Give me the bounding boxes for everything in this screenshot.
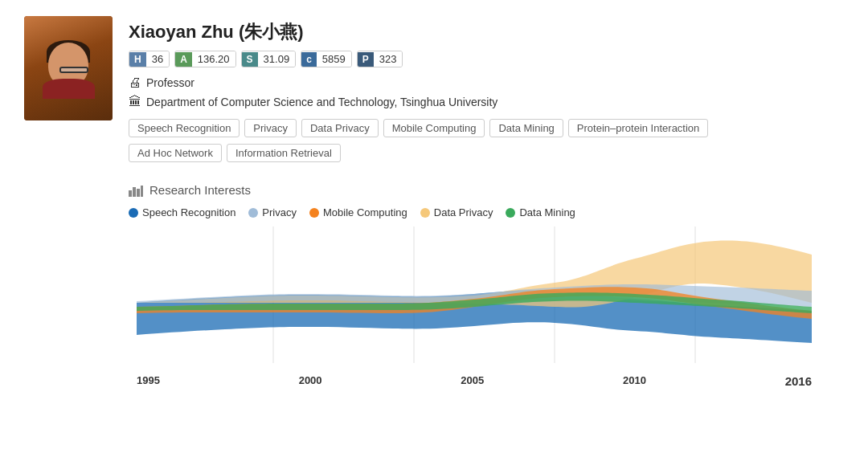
tags-row-2: Ad Hoc Network Information Retrieval bbox=[129, 144, 844, 162]
research-title-text: Research Interests bbox=[149, 183, 251, 197]
legend-speech-recognition: Speech Recognition bbox=[129, 206, 235, 218]
legend-label-speech: Speech Recognition bbox=[142, 206, 235, 218]
metric-p-key: P bbox=[358, 52, 374, 67]
svg-rect-3 bbox=[141, 186, 143, 197]
legend-label-privacy: Privacy bbox=[262, 206, 297, 218]
metric-s-val: 31.09 bbox=[258, 51, 296, 67]
metric-c-key: c bbox=[301, 52, 317, 67]
building-icon: 🏛 bbox=[129, 95, 141, 109]
chart-legend: Speech Recognition Privacy Mobile Comput… bbox=[129, 206, 844, 218]
suitcase-icon: 🖨 bbox=[129, 75, 141, 90]
svg-rect-0 bbox=[129, 190, 132, 197]
metric-s: S 31.09 bbox=[241, 51, 297, 67]
tag-data-mining[interactable]: Data Mining bbox=[489, 119, 563, 137]
x-label-2010: 2010 bbox=[623, 374, 646, 388]
profile-info: Xiaoyan Zhu (朱小燕) H 36 A 136.20 S 31.09 … bbox=[129, 16, 844, 169]
metrics-row: H 36 A 136.20 S 31.09 c 5859 P 323 bbox=[129, 51, 844, 67]
tag-speech-recognition[interactable]: Speech Recognition bbox=[129, 119, 240, 137]
metric-a-val: 136.20 bbox=[192, 51, 235, 67]
avatar-face bbox=[43, 39, 95, 99]
metric-a: A 136.20 bbox=[174, 51, 235, 67]
profile-dept: 🏛 Department of Computer Science and Tec… bbox=[129, 95, 844, 109]
tag-information-retrieval[interactable]: Information Retrieval bbox=[227, 144, 341, 162]
face-glasses bbox=[59, 67, 88, 73]
profile-header: Xiaoyan Zhu (朱小燕) H 36 A 136.20 S 31.09 … bbox=[24, 16, 844, 169]
legend-dot-mobile bbox=[309, 208, 319, 218]
metric-s-key: S bbox=[242, 52, 258, 67]
legend-dot-datamining bbox=[506, 208, 515, 218]
tag-data-privacy[interactable]: Data Privacy bbox=[301, 119, 379, 137]
legend-dot-speech bbox=[129, 208, 138, 218]
metric-h-key: H bbox=[129, 52, 146, 67]
metric-h: H 36 bbox=[129, 51, 170, 67]
chart-area: Speech Recognition Privacy Mobile Comput… bbox=[129, 206, 844, 388]
avatar-image bbox=[24, 16, 113, 120]
x-label-2005: 2005 bbox=[461, 374, 484, 388]
role-label: Professor bbox=[146, 76, 194, 89]
x-axis-labels: 1995 2000 2005 2010 2016 bbox=[129, 374, 820, 388]
tag-protein-interaction[interactable]: Protein–protein Interaction bbox=[568, 119, 708, 137]
x-label-2016: 2016 bbox=[785, 374, 812, 388]
legend-mobile-computing: Mobile Computing bbox=[309, 206, 407, 218]
legend-data-privacy: Data Privacy bbox=[420, 206, 493, 218]
research-section-title: Research Interests bbox=[129, 183, 844, 197]
tag-privacy[interactable]: Privacy bbox=[244, 119, 297, 137]
tag-mobile-computing[interactable]: Mobile Computing bbox=[383, 119, 485, 137]
profile-name: Xiaoyan Zhu (朱小燕) bbox=[129, 20, 844, 44]
metric-p: P 323 bbox=[357, 51, 403, 67]
metric-h-val: 36 bbox=[146, 51, 169, 67]
tags-row: Speech Recognition Privacy Data Privacy … bbox=[129, 119, 844, 137]
svg-rect-1 bbox=[133, 187, 136, 197]
legend-label-dataprivacy: Data Privacy bbox=[434, 206, 493, 218]
avatar bbox=[24, 16, 113, 120]
legend-dot-dataprivacy bbox=[420, 208, 430, 218]
dept-label: Department of Computer Science and Techn… bbox=[146, 96, 497, 108]
face-body bbox=[43, 79, 95, 99]
profile-role: 🖨 Professor bbox=[129, 75, 844, 90]
svg-rect-2 bbox=[137, 189, 140, 197]
metric-a-key: A bbox=[175, 52, 192, 67]
x-label-2000: 2000 bbox=[299, 374, 322, 388]
chart-icon bbox=[129, 184, 143, 197]
metric-c: c 5859 bbox=[301, 51, 352, 67]
metric-c-val: 5859 bbox=[317, 51, 351, 67]
legend-privacy: Privacy bbox=[248, 206, 297, 218]
legend-dot-privacy bbox=[248, 208, 258, 218]
legend-data-mining: Data Mining bbox=[506, 206, 575, 218]
metric-p-val: 323 bbox=[374, 51, 403, 67]
research-chart bbox=[129, 226, 820, 371]
tag-ad-hoc-network[interactable]: Ad Hoc Network bbox=[129, 144, 222, 162]
legend-label-datamining: Data Mining bbox=[519, 206, 575, 218]
chart-svg bbox=[129, 226, 820, 371]
x-label-1995: 1995 bbox=[137, 374, 160, 388]
legend-label-mobile: Mobile Computing bbox=[323, 206, 407, 218]
